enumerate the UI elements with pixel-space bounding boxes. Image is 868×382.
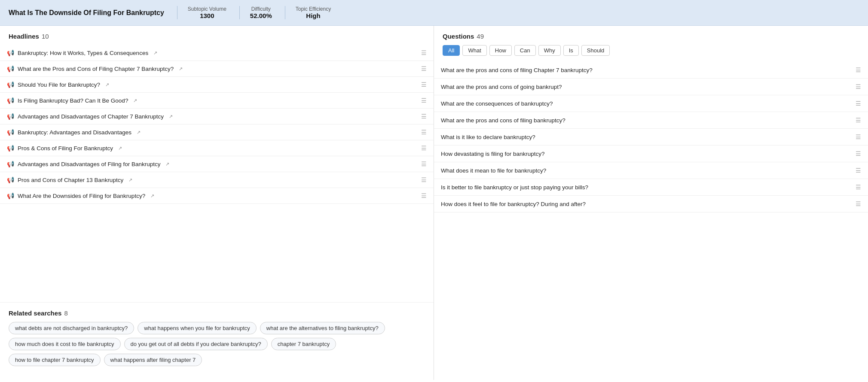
related-count: 8 [64, 309, 67, 317]
headline-item[interactable]: 📢 Bankruptcy: Advantages and Disadvantag… [0, 124, 434, 140]
questions-count: 49 [477, 33, 484, 40]
filter-tab-why[interactable]: Why [538, 45, 561, 56]
filter-tab-is[interactable]: Is [563, 45, 579, 56]
headline-item[interactable]: 📢 What are the Pros and Cons of Filing C… [0, 61, 434, 77]
headline-left: 📢 Should You File for Bankruptcy? ↗ [7, 81, 421, 88]
related-tag[interactable]: what are the alternatives to filing bank… [260, 322, 385, 334]
headline-item[interactable]: 📢 Bankruptcy: How it Works, Types & Cons… [0, 45, 434, 61]
headlines-list: 📢 Bankruptcy: How it Works, Types & Cons… [0, 45, 434, 204]
question-list-icon[interactable]: ☰ [856, 83, 861, 90]
list-icon[interactable]: ☰ [421, 129, 427, 136]
megaphone-icon: 📢 [7, 161, 14, 167]
headline-left: 📢 Pros & Cons of Filing For Bankruptcy ↗ [7, 145, 421, 152]
list-icon[interactable]: ☰ [421, 192, 427, 199]
question-text: What are the pros and cons of going bank… [441, 84, 856, 90]
right-panel: Questions 49 AllWhatHowCanWhyIsShould Wh… [434, 26, 868, 380]
related-tag[interactable]: what happens after filing chapter 7 [104, 354, 202, 366]
question-list-icon[interactable]: ☰ [856, 200, 861, 207]
headline-text: What Are the Downsides of Filing for Ban… [18, 193, 145, 199]
related-section: Related searches 8 what debts are not di… [0, 302, 434, 373]
list-icon[interactable]: ☰ [421, 145, 427, 152]
megaphone-icon: 📢 [7, 192, 14, 199]
megaphone-icon: 📢 [7, 97, 14, 104]
page-header: What Is The Downside Of Filing For Bankr… [0, 0, 868, 26]
megaphone-icon: 📢 [7, 113, 14, 120]
related-tag[interactable]: what happens when you file for bankruptc… [138, 322, 256, 334]
question-item[interactable]: What are the consequences of bankruptcy?… [434, 95, 868, 112]
headline-item[interactable]: 📢 Pros & Cons of Filing For Bankruptcy ↗… [0, 140, 434, 156]
filter-tab-how[interactable]: How [489, 45, 512, 56]
question-item[interactable]: What are the pros and cons of filing ban… [434, 112, 868, 129]
list-icon[interactable]: ☰ [421, 113, 427, 120]
question-list-icon[interactable]: ☰ [856, 67, 861, 73]
external-link-icon: ↗ [118, 146, 122, 151]
question-item[interactable]: Is it better to file bankruptcy or just … [434, 179, 868, 196]
related-tag[interactable]: how to file chapter 7 bankruptcy [9, 354, 101, 366]
headlines-section-title: Headlines 10 [0, 33, 434, 45]
question-text: How does it feel to file for bankruptcy?… [441, 201, 856, 207]
external-link-icon: ↗ [105, 82, 109, 88]
megaphone-icon: 📢 [7, 49, 14, 56]
related-tags: what debts are not discharged in bankrup… [9, 322, 425, 366]
filter-tab-what[interactable]: What [462, 45, 486, 56]
question-list-icon[interactable]: ☰ [856, 100, 861, 107]
difficulty-label: Difficulty [251, 6, 271, 12]
filter-tab-can[interactable]: Can [514, 45, 536, 56]
headline-item[interactable]: 📢 Pros and Cons of Chapter 13 Bankruptcy… [0, 172, 434, 188]
related-tag[interactable]: chapter 7 bankruptcy [271, 338, 336, 350]
headline-left: 📢 Bankruptcy: How it Works, Types & Cons… [7, 49, 421, 56]
headline-item[interactable]: 📢 Is Filing Bankruptcy Bad? Can It Be Go… [0, 93, 434, 109]
difficulty-value: 52.00% [250, 12, 272, 19]
megaphone-icon: 📢 [7, 129, 14, 136]
headline-text: What are the Pros and Cons of Filing Cha… [18, 66, 174, 72]
question-item[interactable]: How does it feel to file for bankruptcy?… [434, 196, 868, 212]
question-text: How devastating is filing for bankruptcy… [441, 151, 856, 157]
question-text: What does it mean to file for bankruptcy… [441, 167, 856, 174]
headline-item[interactable]: 📢 Advantages and Disadvantages of Filing… [0, 156, 434, 172]
subtopic-volume-label: Subtopic Volume [188, 6, 226, 12]
related-tag[interactable]: what debts are not discharged in bankrup… [9, 322, 134, 334]
related-tag[interactable]: how much does it cost to file bankruptcy [9, 338, 121, 350]
question-text: What is it like to declare bankruptcy? [441, 134, 856, 140]
question-item[interactable]: What are the pros and cons of filing Cha… [434, 62, 868, 79]
related-title: Related searches 8 [9, 309, 425, 317]
question-text: What are the pros and cons of filing Cha… [441, 67, 856, 73]
headline-left: 📢 Advantages and Disadvantages of Filing… [7, 161, 421, 167]
question-item[interactable]: What does it mean to file for bankruptcy… [434, 162, 868, 179]
external-link-icon: ↗ [137, 130, 141, 135]
question-item[interactable]: What is it like to declare bankruptcy? ☰ [434, 129, 868, 146]
question-list-icon[interactable]: ☰ [856, 133, 861, 140]
megaphone-icon: 📢 [7, 65, 14, 72]
question-item[interactable]: What are the pros and cons of going bank… [434, 79, 868, 95]
question-item[interactable]: How devastating is filing for bankruptcy… [434, 146, 868, 162]
filter-tab-all[interactable]: All [443, 45, 460, 56]
filter-tab-should[interactable]: Should [581, 45, 610, 56]
related-label: Related searches [9, 309, 61, 317]
questions-label: Questions [443, 33, 474, 40]
topic-efficiency-value: High [306, 12, 320, 19]
headline-left: 📢 Advantages and Disadvantages of Chapte… [7, 113, 421, 120]
headline-item[interactable]: 📢 Advantages and Disadvantages of Chapte… [0, 109, 434, 124]
list-icon[interactable]: ☰ [421, 161, 427, 167]
external-link-icon: ↗ [165, 161, 169, 167]
external-link-icon: ↗ [179, 66, 183, 72]
headline-item[interactable]: 📢 Should You File for Bankruptcy? ↗ ☰ [0, 77, 434, 93]
left-panel: Headlines 10 📢 Bankruptcy: How it Works,… [0, 26, 434, 380]
subtopic-volume-value: 1300 [200, 12, 214, 19]
question-list-icon[interactable]: ☰ [856, 167, 861, 174]
megaphone-icon: 📢 [7, 81, 14, 88]
headline-text: Pros & Cons of Filing For Bankruptcy [18, 145, 113, 152]
question-list-icon[interactable]: ☰ [856, 184, 861, 191]
question-list-icon[interactable]: ☰ [856, 150, 861, 157]
megaphone-icon: 📢 [7, 145, 14, 152]
related-tag[interactable]: do you get out of all debts if you decla… [124, 338, 268, 350]
list-icon[interactable]: ☰ [421, 81, 427, 88]
headline-item[interactable]: 📢 What Are the Downsides of Filing for B… [0, 188, 434, 204]
question-list-icon[interactable]: ☰ [856, 117, 861, 124]
list-icon[interactable]: ☰ [421, 176, 427, 183]
external-link-icon: ↗ [128, 177, 132, 183]
list-icon[interactable]: ☰ [421, 65, 427, 72]
headline-left: 📢 Is Filing Bankruptcy Bad? Can It Be Go… [7, 97, 421, 104]
list-icon[interactable]: ☰ [421, 97, 427, 104]
list-icon[interactable]: ☰ [421, 49, 427, 56]
